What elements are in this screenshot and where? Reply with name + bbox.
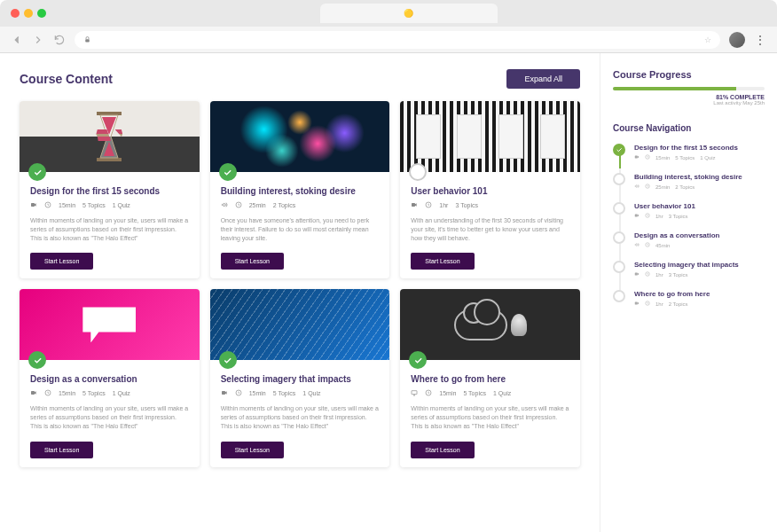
star-icon[interactable]: ☆ (704, 35, 711, 44)
course-duration: 15min (439, 390, 456, 396)
address-bar[interactable]: ☆ (75, 31, 720, 49)
reload-icon[interactable] (53, 34, 66, 46)
course-title: Design for the first 15 seconds (30, 186, 189, 196)
course-description: Within moments of landing on your site, … (30, 404, 189, 430)
video-icon (411, 201, 418, 209)
forward-icon[interactable] (32, 34, 44, 46)
svg-rect-3 (31, 203, 35, 207)
course-card[interactable]: Selecting imagery that impacts15min5 Top… (210, 289, 390, 466)
window-close-dot[interactable] (11, 9, 20, 18)
course-description: Within moments of landing on your site, … (411, 404, 569, 430)
expand-all-button[interactable]: Expand All (506, 69, 580, 89)
course-thumbnail (210, 289, 390, 360)
clock-icon (645, 301, 650, 307)
video-icon (221, 389, 228, 397)
start-lesson-button[interactable]: Start Lesson (30, 442, 93, 458)
clock-icon (425, 389, 432, 397)
course-quiz: 1 Quiz (113, 390, 130, 396)
course-card[interactable]: Where to go from here15min5 Topics1 Quiz… (400, 289, 580, 466)
nav-topics: 5 Topics (675, 155, 695, 160)
browser-tabbar: 🟡 (0, 0, 777, 27)
svg-rect-0 (85, 39, 90, 42)
course-topics: 5 Topics (82, 390, 106, 396)
svg-rect-6 (412, 203, 415, 207)
nav-item[interactable]: Selecting imagery that impacts1hr3 Topic… (613, 261, 765, 278)
nav-title: Course Navigation (613, 123, 765, 133)
course-thumbnail (400, 101, 580, 172)
start-lesson-button[interactable]: Start Lesson (221, 442, 284, 458)
nav-duration: 1hr (655, 214, 663, 219)
back-icon[interactable] (11, 34, 23, 46)
course-card[interactable]: Building interest, stoking desire25min2 … (210, 101, 390, 278)
browser-toolbar: ☆ ⋮ (0, 27, 777, 53)
clock-icon (645, 271, 650, 278)
clock-icon (235, 201, 242, 209)
course-meta: 15min5 Topics1 Quiz (30, 389, 189, 397)
course-thumbnail (20, 101, 200, 172)
audio-icon (634, 184, 640, 190)
svg-rect-20 (635, 273, 638, 276)
course-thumbnail (20, 289, 200, 360)
nav-item-title: Design as a conversation (634, 231, 765, 239)
start-lesson-button[interactable]: Start Lesson (221, 253, 284, 270)
nav-item-meta: 1hr3 Topics (634, 271, 765, 278)
nav-quiz: 1 Quiz (700, 155, 715, 160)
course-duration: 15min (249, 390, 266, 396)
course-meta: 15min5 Topics1 Quiz (221, 389, 380, 397)
nav-duration: 45min (655, 243, 670, 248)
course-quiz: 1 Quiz (113, 202, 130, 208)
course-meta: 15min5 Topics1 Quiz (30, 201, 189, 209)
clock-icon (235, 389, 242, 397)
course-description: Within moments of landing on your site, … (30, 216, 189, 242)
audio-icon (221, 201, 228, 209)
nav-item-title: Design for the first 15 seconds (634, 144, 765, 152)
nav-item[interactable]: Design for the first 15 seconds15min5 To… (613, 144, 765, 160)
start-lesson-button[interactable]: Start Lesson (411, 253, 474, 270)
sidebar: Course Progress 81% COMPLETE Last activi… (600, 53, 777, 532)
menu-icon[interactable]: ⋮ (754, 33, 766, 47)
nav-duration: 1hr (655, 301, 663, 307)
nav-item[interactable]: Design as a conversation45min (613, 231, 765, 248)
course-grid: Design for the first 15 seconds15min5 To… (20, 101, 580, 467)
window-min-dot[interactable] (24, 9, 33, 18)
nav-topics: 2 Topics (669, 301, 688, 307)
svg-rect-12 (412, 391, 417, 395)
start-lesson-button[interactable]: Start Lesson (411, 442, 474, 458)
nav-dot (613, 290, 625, 302)
svg-rect-17 (635, 215, 638, 217)
nav-item[interactable]: Where to go from here1hr2 Topics (613, 290, 765, 307)
complete-badge (219, 163, 237, 181)
svg-rect-22 (635, 302, 638, 305)
start-lesson-button[interactable]: Start Lesson (30, 253, 93, 270)
course-description: With an understanding of the first 30 se… (411, 216, 569, 242)
complete-badge (28, 163, 46, 181)
nav-item-meta: 15min5 Topics1 Quiz (634, 154, 765, 160)
course-topics: 5 Topics (82, 202, 106, 208)
nav-topics: 2 Topics (675, 184, 695, 190)
window-max-dot[interactable] (37, 9, 46, 18)
svg-rect-2 (97, 158, 122, 161)
svg-rect-1 (97, 112, 122, 115)
course-quiz: 1 Quiz (302, 390, 320, 396)
nav-item-meta: 25min2 Topics (634, 184, 765, 190)
browser-tab[interactable]: 🟡 (320, 4, 498, 23)
course-card[interactable]: Design as a conversation15min5 Topics1 Q… (20, 289, 200, 466)
course-card[interactable]: User behavior 1011hr3 TopicsWith an unde… (400, 101, 580, 278)
video-icon (634, 301, 640, 307)
nav-dot-done (613, 144, 625, 156)
profile-avatar[interactable] (729, 32, 745, 48)
svg-rect-14 (635, 156, 638, 159)
nav-item[interactable]: Building interest, stoking desire25min2 … (613, 173, 765, 190)
nav-item[interactable]: User behavior 1011hr3 Topics (613, 202, 765, 219)
nav-dot (613, 261, 625, 273)
course-card[interactable]: Design for the first 15 seconds15min5 To… (20, 101, 200, 278)
nav-dot (613, 202, 625, 215)
nav-item-title: Building interest, stoking desire (634, 173, 765, 181)
progress-subtitle: Last activity May 25th (613, 100, 765, 106)
course-topics: 5 Topics (273, 390, 296, 396)
nav-topics: 3 Topics (669, 214, 688, 219)
nav-item-meta: 45min (634, 242, 765, 248)
course-duration: 25min (249, 202, 266, 208)
course-meta: 15min5 Topics1 Quiz (411, 389, 569, 397)
chrome-icon: 🟡 (404, 9, 413, 18)
